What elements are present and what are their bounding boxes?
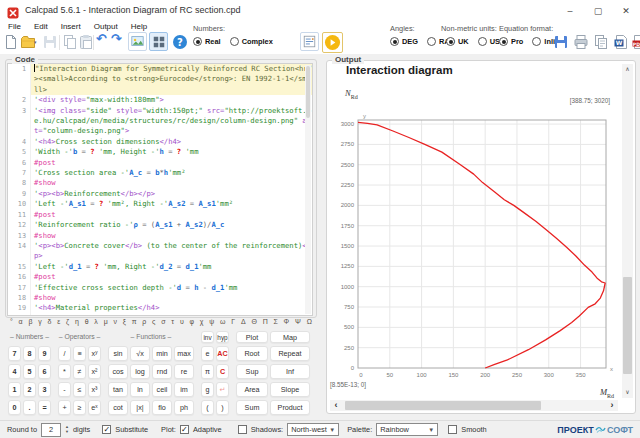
- code-line[interactable]: 8#show: [8, 178, 312, 188]
- greek-letter-key[interactable]: ρ: [142, 318, 146, 329]
- key-ceil[interactable]: ceil: [152, 382, 172, 397]
- code-line[interactable]: 20'<!--'PlotWidth = 250','PlotHeight = 1…: [8, 314, 312, 316]
- key-ln[interactable]: ln: [130, 382, 150, 397]
- insert-image-button[interactable]: [128, 32, 147, 51]
- code-line[interactable]: 2'<div style="max-width:180mm">: [8, 95, 312, 105]
- key-sup[interactable]: Sup: [236, 364, 268, 379]
- maximize-button[interactable]: ▢: [584, 0, 612, 22]
- shadow-direction-select[interactable]: North-west▼: [287, 423, 339, 436]
- radio-us[interactable]: US: [478, 37, 500, 46]
- code-line-text[interactable]: 'Reinforcement ratio -'ρ = (A_s1 + A_s2)…: [31, 220, 312, 230]
- greek-letter-key[interactable]: Ω: [307, 318, 312, 329]
- key-9[interactable]: 9: [38, 346, 51, 361]
- key-slope[interactable]: Slope: [270, 382, 310, 397]
- key-product[interactable]: Product: [270, 400, 310, 415]
- scroll-down-icon[interactable]: ∨: [622, 387, 633, 398]
- key-|x|[interactable]: |x|: [130, 400, 150, 415]
- key-eˣ[interactable]: eˣ: [88, 400, 101, 415]
- code-line[interactable]: 6#post: [8, 158, 312, 168]
- round-digits-input[interactable]: 2: [41, 423, 61, 437]
- greek-letter-key[interactable]: λ: [94, 318, 98, 329]
- save-button[interactable]: [42, 34, 58, 50]
- key-.[interactable]: .: [23, 400, 36, 415]
- scrollbar-thumb[interactable]: [306, 66, 310, 118]
- shadows-checkbox[interactable]: [238, 425, 247, 434]
- key-4[interactable]: 4: [8, 364, 21, 379]
- round-digits-spinner[interactable]: ▲▼: [65, 425, 69, 434]
- menu-file[interactable]: File: [8, 22, 21, 31]
- key-π[interactable]: π: [201, 364, 214, 379]
- greek-letter-key[interactable]: χ: [200, 318, 204, 329]
- code-line[interactable]: 18#show: [8, 293, 312, 303]
- key-8[interactable]: 8: [23, 346, 36, 361]
- undo-button[interactable]: ↶: [96, 31, 112, 47]
- code-line[interactable]: 5'Width -'b = ? 'mm, Height -'h = ? 'mm: [8, 147, 312, 157]
- scrollbar-thumb[interactable]: [623, 277, 632, 374]
- key-ac[interactable]: AC: [216, 346, 229, 361]
- key-g[interactable]: g: [201, 382, 214, 397]
- code-line[interactable]: 19'<h4>Material properties</h4>: [8, 303, 312, 313]
- key-≡[interactable]: ≡: [73, 346, 86, 361]
- input-form-button[interactable]: [300, 32, 319, 51]
- key-inv[interactable]: inv: [201, 331, 214, 343]
- substitute-checkbox[interactable]: ✓: [102, 425, 111, 434]
- key-c[interactable]: C: [216, 364, 229, 379]
- key-6[interactable]: 6: [38, 364, 51, 379]
- export-pdf-button[interactable]: PDF: [631, 34, 640, 50]
- key-0[interactable]: 0: [8, 400, 21, 415]
- keypad-toggle-button[interactable]: [149, 32, 168, 51]
- key-sin[interactable]: sin: [108, 346, 128, 361]
- key-min[interactable]: min: [152, 346, 172, 361]
- key-/[interactable]: /: [58, 346, 71, 361]
- code-line[interactable]: 13#show: [8, 231, 312, 241]
- greek-letter-key[interactable]: Γ: [231, 318, 235, 329]
- key-≥[interactable]: ≥: [73, 400, 86, 415]
- print-button[interactable]: [573, 34, 589, 50]
- code-line-text[interactable]: 'Left -'A_s1 = ? 'mm², Right -'A_s2 = A_…: [31, 199, 312, 209]
- code-line[interactable]: 17'Effective cross section depth -'d = h…: [8, 283, 312, 293]
- code-line[interactable]: 7'Cross section area -'A_c = b*h'mm²: [8, 168, 312, 178]
- run-calculate-button[interactable]: [322, 32, 343, 53]
- key-cot[interactable]: cot: [108, 400, 128, 415]
- greek-letter-key[interactable]: Π: [263, 318, 268, 329]
- code-line-text[interactable]: 'Left -'d_1 = ? 'mm, Right -'d_2 = d_1'm…: [31, 262, 312, 272]
- code-line-text[interactable]: #post: [31, 158, 312, 168]
- code-line-text[interactable]: '<p><b>Concrete cover</b> (to the center…: [31, 241, 312, 262]
- code-line-text[interactable]: '<img class="side" style="width:150pt;" …: [31, 106, 312, 137]
- key-([interactable]: (: [201, 400, 214, 415]
- code-line[interactable]: 9'<p><b>Reinforcement</b></p>: [8, 189, 312, 199]
- redo-button[interactable]: ↷: [111, 31, 127, 47]
- code-line-text[interactable]: '<!--'PlotWidth = 250','PlotHeight = 125…: [31, 314, 312, 316]
- code-line[interactable]: 4'<h4>Cross section dimensions</h4>: [8, 137, 312, 147]
- greek-letter-key[interactable]: μ: [104, 318, 108, 329]
- output-horizontal-scrollbar[interactable]: ‹ ›: [330, 400, 618, 411]
- code-line-text[interactable]: #show: [31, 178, 312, 188]
- greek-letter-key[interactable]: Φ: [284, 318, 290, 329]
- key-+[interactable]: +: [58, 400, 71, 415]
- menu-output[interactable]: Output: [94, 22, 118, 31]
- minimize-button[interactable]: –: [556, 0, 584, 22]
- code-line-text[interactable]: 'Effective cross section depth -'d = h -…: [31, 283, 312, 293]
- key-↵[interactable]: ↵: [216, 382, 229, 397]
- radio-pro[interactable]: Pro: [499, 37, 523, 46]
- greek-letter-key[interactable]: Ψ: [295, 318, 301, 329]
- scrollbar-thumb[interactable]: [345, 401, 541, 410]
- code-line[interactable]: 3'<img class="side" style="width:150pt;"…: [8, 106, 312, 137]
- key-map[interactable]: Map: [270, 331, 310, 343]
- radio-deg[interactable]: DEG: [390, 37, 418, 46]
- code-line-text[interactable]: "Interaction Diagram for Symmetrically R…: [31, 64, 312, 95]
- code-line-text[interactable]: #post: [31, 272, 312, 282]
- greek-letter-key[interactable]: β: [28, 318, 32, 329]
- key-e[interactable]: e: [201, 346, 214, 361]
- scroll-up-icon[interactable]: ∧: [622, 64, 633, 75]
- key-1[interactable]: 1: [8, 382, 21, 397]
- greek-letter-key[interactable]: σ: [161, 318, 165, 329]
- greek-letter-key[interactable]: γ: [38, 318, 42, 329]
- code-line-text[interactable]: #show: [31, 231, 312, 241]
- code-line-text[interactable]: #post: [31, 210, 312, 220]
- help-button[interactable]: ?: [172, 34, 188, 50]
- key-inf[interactable]: Inf: [270, 364, 310, 379]
- adaptive-checkbox[interactable]: ✓: [180, 425, 189, 434]
- key-5[interactable]: 5: [23, 364, 36, 379]
- code-line[interactable]: 16#post: [8, 272, 312, 282]
